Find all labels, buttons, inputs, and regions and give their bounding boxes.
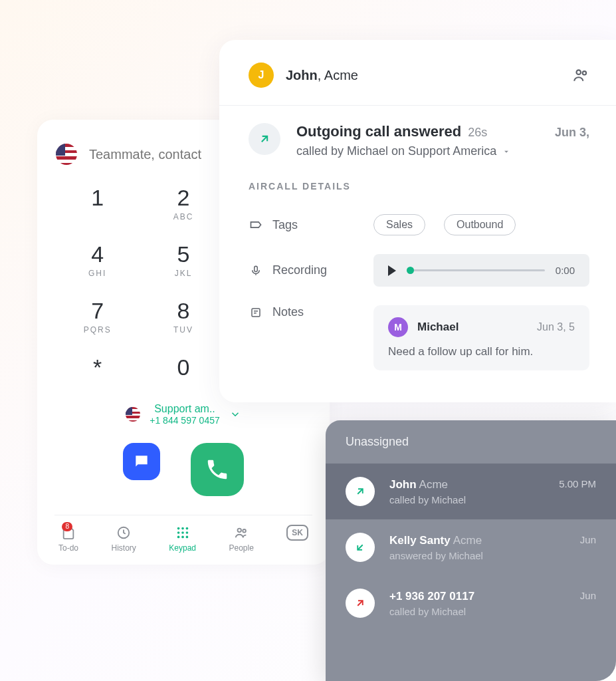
note-author: Michael — [417, 321, 459, 334]
arrow-outgoing-icon — [249, 123, 280, 155]
unassigned-panel: Unassigned JohnAcme called by Michael 5.… — [326, 420, 616, 681]
us-flag-icon[interactable] — [56, 144, 77, 165]
people-icon[interactable] — [572, 67, 589, 84]
outbound-line-selector[interactable]: Support am.. +1 844 597 0457 — [54, 403, 312, 426]
key-8[interactable]: 8TUV — [140, 298, 226, 335]
tab-label: History — [112, 543, 136, 553]
recording-knob[interactable] — [407, 267, 414, 274]
chevron-down-icon — [502, 147, 511, 156]
keypad-icon — [175, 525, 191, 541]
recording-label: Recording — [272, 263, 327, 277]
item-subtitle: called by Michael — [389, 606, 565, 617]
item-subtitle: called by Michael — [389, 494, 544, 505]
arrow-outgoing-icon — [346, 589, 375, 618]
svg-rect-15 — [255, 266, 258, 271]
tab-keypad[interactable]: Keypad — [169, 525, 196, 553]
profile-initials: SK — [286, 525, 308, 541]
svg-point-9 — [185, 536, 188, 539]
note: M Michael Jun 3, 5 Need a follow up call… — [373, 305, 589, 370]
key-5[interactable]: 5JKL — [140, 241, 226, 278]
chat-button[interactable] — [123, 443, 160, 480]
svg-point-2 — [181, 527, 184, 530]
people-icon — [233, 525, 249, 541]
svg-point-10 — [238, 529, 242, 533]
svg-point-5 — [181, 531, 184, 534]
unassigned-item[interactable]: +1 936 207 0117 called by Michael Jun — [326, 575, 616, 631]
recording-player[interactable]: 0:00 — [373, 254, 589, 287]
tab-profile[interactable]: SK — [286, 525, 308, 553]
item-time: 5.00 PM — [559, 478, 596, 489]
item-subtitle: answered by Michael — [389, 550, 565, 561]
event-subtitle: called by Michael on Support America — [296, 144, 496, 158]
unassigned-header: Unassigned — [326, 420, 616, 464]
unassigned-item[interactable]: Kelly SantyAcme answered by Michael Jun — [326, 519, 616, 575]
svg-point-7 — [177, 536, 179, 539]
event-title: Outgoing call answered — [296, 123, 461, 140]
svg-line-21 — [358, 601, 363, 606]
tag-chip[interactable]: Outbound — [444, 214, 516, 235]
tab-label: Keypad — [169, 543, 196, 553]
svg-point-3 — [185, 527, 188, 530]
call-detail-card: J John, Acme Outgoing call answered 26s … — [219, 40, 616, 402]
tag-chip[interactable]: Sales — [373, 214, 425, 235]
svg-point-6 — [185, 531, 188, 534]
line-number: +1 844 597 0457 — [150, 415, 220, 426]
tab-people[interactable]: People — [229, 525, 253, 553]
key-4[interactable]: 4GHI — [54, 241, 140, 278]
contact-header: J John, Acme — [249, 63, 616, 88]
svg-point-12 — [577, 70, 581, 74]
tab-label: People — [229, 543, 253, 553]
note-text: Need a follow up call for him. — [388, 345, 575, 358]
notes-label: Notes — [272, 305, 304, 319]
svg-line-19 — [358, 489, 363, 494]
svg-point-11 — [243, 529, 246, 533]
avatar: J — [249, 63, 274, 88]
play-icon[interactable] — [388, 265, 396, 276]
line-info: Support am.. +1 844 597 0457 — [150, 403, 220, 426]
event-subtitle-row[interactable]: called by Michael on Support America — [296, 144, 589, 158]
notes-row: Notes M Michael Jun 3, 5 Need a follow u… — [249, 296, 616, 380]
note-date: Jun 3, 5 — [537, 321, 575, 333]
tag-icon — [249, 218, 263, 231]
history-icon — [116, 525, 132, 541]
recording-time: 0:00 — [556, 265, 575, 276]
dial-actions — [54, 443, 312, 496]
item-time: Jun — [580, 590, 596, 601]
recording-row: Recording 0:00 — [249, 245, 616, 296]
key-star[interactable]: * — [54, 354, 140, 380]
event-duration: 26s — [468, 126, 487, 140]
us-flag-icon — [126, 407, 140, 422]
svg-line-20 — [358, 545, 363, 550]
todo-badge: 8 — [62, 522, 72, 531]
tab-todo[interactable]: 8 To-do — [58, 525, 78, 553]
svg-point-4 — [177, 531, 179, 534]
key-7[interactable]: 7PQRS — [54, 298, 140, 335]
svg-point-1 — [177, 527, 179, 530]
tab-history[interactable]: History — [112, 525, 136, 553]
call-button[interactable] — [191, 443, 244, 496]
section-header: AIRCALL DETAILS — [249, 181, 616, 192]
call-event: Outgoing call answered 26s Jun 3, called… — [249, 123, 616, 158]
microphone-icon — [249, 265, 263, 277]
arrow-outgoing-icon — [346, 477, 375, 506]
svg-point-13 — [583, 71, 586, 74]
svg-point-8 — [181, 536, 184, 539]
svg-line-14 — [262, 136, 267, 142]
tags-label: Tags — [272, 218, 298, 232]
tab-label: To-do — [58, 543, 78, 553]
tabbar: 8 To-do History Keypad People SK — [54, 515, 312, 553]
key-0[interactable]: 0 — [140, 354, 226, 380]
unassigned-item[interactable]: JohnAcme called by Michael 5.00 PM — [326, 464, 616, 519]
note-icon — [249, 307, 263, 319]
avatar: M — [388, 317, 408, 337]
key-2[interactable]: 2ABC — [140, 185, 226, 221]
document-icon: 8 — [60, 525, 76, 541]
event-date: Jun 3, — [555, 126, 589, 140]
arrow-incoming-icon — [346, 533, 375, 562]
tags-row: Tags Sales Outbound — [249, 205, 616, 245]
recording-track[interactable] — [407, 269, 545, 271]
contact-name: John, Acme — [286, 68, 358, 83]
item-time: Jun — [580, 534, 596, 545]
line-name: Support am.. — [150, 403, 220, 415]
key-1[interactable]: 1 — [54, 185, 140, 221]
